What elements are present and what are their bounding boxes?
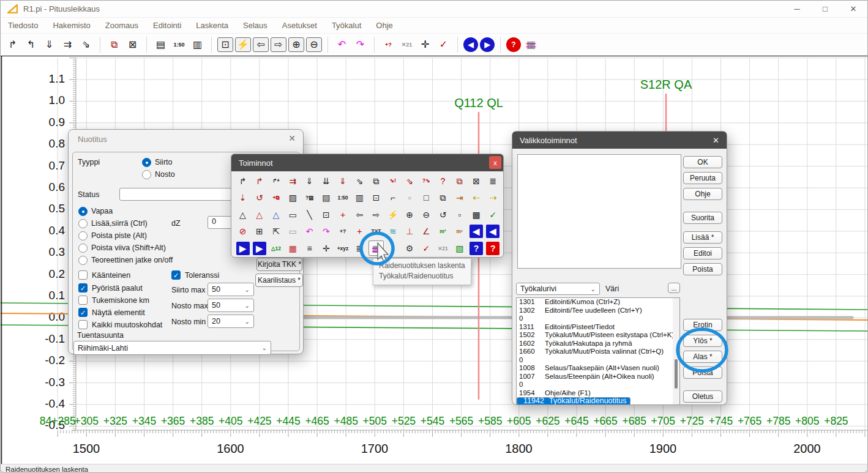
- siirto-radio-label[interactable]: Siirto: [155, 158, 172, 166]
- command-list-item[interactable]: 0: [517, 315, 679, 323]
- copy-doc2-icon[interactable]: ⧉: [369, 173, 384, 188]
- erotin-button[interactable]: Erotin: [683, 319, 722, 331]
- measure-21b-icon[interactable]: ✕21: [435, 240, 451, 256]
- save-doc-icon[interactable]: ⇓: [302, 173, 317, 188]
- command-list-item[interactable]: 1602Työkalut/Hakutapa ja ryhmä: [517, 340, 679, 348]
- nav-first-icon[interactable]: ◀: [470, 225, 483, 238]
- nosto-radio-label[interactable]: Nosto: [155, 170, 175, 179]
- area-m2-icon[interactable]: m²: [435, 224, 451, 239]
- poista-viiva-radio-label[interactable]: Poista viiva (Shift+Alt): [91, 244, 166, 252]
- tukemiskone-checkbox-label[interactable]: Tukemiskone km: [92, 296, 149, 305]
- doc-links-up-icon[interactable]: ⇠: [469, 190, 484, 206]
- help-send-doc-icon[interactable]: ?⇘: [419, 173, 434, 188]
- ohje-button[interactable]: Ohje: [683, 188, 722, 200]
- no-fill-icon[interactable]: ⊘: [235, 224, 250, 239]
- crop-view-icon[interactable]: ▫: [452, 207, 467, 222]
- stack-windows-icon[interactable]: ⧉: [435, 190, 451, 206]
- poista-top-button[interactable]: Poista: [683, 263, 722, 275]
- kaanteinen-checkbox[interactable]: [78, 270, 88, 280]
- reload-doc-icon[interactable]: ↺: [252, 190, 267, 206]
- command-list[interactable]: 1301Editointi/Kumoa (Ctrl+Z)1302Editoint…: [516, 297, 680, 405]
- kirjoita-tkk-button[interactable]: Kirjoita TKK *: [256, 258, 302, 271]
- add-point-icon[interactable]: +: [352, 224, 367, 239]
- grid-check-icon[interactable]: ✓: [485, 207, 501, 222]
- save-red-doc-icon[interactable]: ⇓: [335, 173, 351, 188]
- fit-screen-icon[interactable]: ⊡: [369, 190, 384, 206]
- menu-ohje[interactable]: Ohje: [376, 21, 392, 30]
- menu-zoomaus[interactable]: Zoomaus: [105, 21, 138, 30]
- append-doc-icon[interactable]: ⇉: [285, 173, 301, 188]
- scrollbar-thumb[interactable]: [675, 359, 678, 389]
- profile-lines-icon[interactable]: ≋: [385, 224, 400, 239]
- help-doc-icon[interactable]: ?: [435, 173, 451, 188]
- nosto-max-select[interactable]: 50⌄: [208, 299, 254, 312]
- triangle-12-icon[interactable]: △12: [269, 240, 284, 256]
- editoi-button[interactable]: Editoi: [683, 247, 722, 259]
- screen-right-icon[interactable]: ⇨: [369, 207, 384, 222]
- open-file-icon[interactable]: ↱: [4, 37, 21, 53]
- lisaa-siirra-radio[interactable]: [78, 219, 88, 228]
- screen-prev-view-icon[interactable]: ↺: [435, 207, 451, 222]
- screen-zoom-out-icon[interactable]: ⊖: [419, 207, 434, 222]
- more-options-button[interactable]: ...: [668, 283, 680, 293]
- peruuta-button[interactable]: Peruuta: [683, 172, 722, 184]
- kaikki-checkbox[interactable]: [78, 320, 88, 329]
- command-list-item[interactable]: 11942Työkalut/Raidenuotitus: [517, 397, 630, 405]
- export-file-icon[interactable]: ⇘: [78, 37, 94, 53]
- command-list-item[interactable]: 1660Työkalut/Muut/Poista valinnat (Ctrl+…: [517, 348, 679, 356]
- lines-triangle-icon[interactable]: △: [235, 207, 250, 222]
- nav-next-icon[interactable]: ▶: [480, 37, 495, 52]
- command-list-item[interactable]: 0: [517, 356, 679, 365]
- exit-door-icon[interactable]: ⇥: [452, 190, 467, 206]
- partial-rect-icon[interactable]: ⌐: [385, 190, 400, 206]
- raidenuotitus-grid-icon[interactable]: ▦: [369, 240, 384, 256]
- nav-prev2-icon[interactable]: ◀: [486, 225, 499, 238]
- open-edit-file-icon[interactable]: ↰: [23, 37, 39, 53]
- dotted-rect-icon[interactable]: ▫: [402, 190, 417, 206]
- screen-blank-icon[interactable]: ▭: [285, 224, 301, 239]
- command-list-item[interactable]: 1302Editointi/Tee uudelleen (Ctrl+Y): [517, 307, 679, 315]
- lines-triangle-red-icon[interactable]: △: [252, 207, 267, 222]
- menu-editointi[interactable]: Editointi: [153, 21, 181, 30]
- screen-flashlight-icon[interactable]: ⚡: [385, 207, 400, 222]
- nuotitus-close-icon[interactable]: ✕: [288, 133, 296, 143]
- print2-icon[interactable]: ▤: [318, 190, 334, 206]
- siirto-max-select[interactable]: 50⌄: [208, 283, 254, 296]
- nav-last-icon[interactable]: ▶: [253, 242, 266, 255]
- close-doc-icon[interactable]: ⊠: [124, 37, 141, 53]
- close-doc2-icon[interactable]: ⊠: [469, 173, 484, 188]
- menu-selaus[interactable]: Selaus: [243, 21, 268, 30]
- valikko-title-bar[interactable]: Valikkotoiminnot ✕: [512, 132, 727, 149]
- undo2-icon[interactable]: ↶: [302, 224, 317, 239]
- vapaa-radio[interactable]: [78, 207, 88, 216]
- lines-triangle-blue-icon[interactable]: △: [269, 207, 284, 222]
- vapaa-radio-label[interactable]: Vapaa: [91, 207, 113, 215]
- hatch-area-icon[interactable]: ▨: [285, 190, 301, 206]
- command-list-scrollbar[interactable]: [673, 298, 679, 404]
- open-add-doc-icon[interactable]: ↱+: [269, 173, 284, 188]
- kaanteinen-checkbox-label[interactable]: Käänteinen: [92, 271, 130, 280]
- page-layout-icon[interactable]: ▥: [189, 37, 206, 53]
- zoom-in-icon[interactable]: ⊕: [288, 37, 304, 52]
- maximize-button[interactable]: □: [811, 1, 839, 17]
- toleranssi-checkbox[interactable]: ✓: [171, 270, 181, 280]
- text-label-icon[interactable]: TXT: [369, 224, 384, 239]
- menu-työkalut[interactable]: Työkalut: [332, 21, 361, 30]
- lisaa-siirra-radio-label[interactable]: Lisää,siirrä (Ctrl): [91, 219, 148, 228]
- notepad-icon[interactable]: ≣: [352, 240, 367, 256]
- valikko-close-icon[interactable]: ✕: [713, 136, 719, 145]
- check-points2-icon[interactable]: ✓: [419, 240, 434, 256]
- pan-left-icon[interactable]: ⇦: [253, 37, 269, 52]
- pyorista-checkbox-label[interactable]: Pyöristä paalut: [92, 284, 143, 292]
- tuentasuunta-select[interactable]: Riihimäki-Lahti⌄: [73, 341, 271, 355]
- lisaa-button[interactable]: Lisää *: [683, 231, 722, 244]
- menu-asetukset[interactable]: Asetukset: [282, 21, 317, 30]
- notes-doc-icon[interactable]: ≣: [485, 173, 501, 188]
- command-list-item[interactable]: 1008Selaus/Taaksepäin (Alt+Vasen nuoli): [517, 364, 679, 373]
- command-list-item[interactable]: 1311Editointi/Pisteet/Tiedot: [517, 323, 679, 332]
- redo-icon[interactable]: ↷: [352, 37, 369, 53]
- kaikki-checkbox-label[interactable]: Kaikki muutoskohdat: [92, 321, 162, 329]
- poista-piste-radio-label[interactable]: Poista piste (Alt): [91, 231, 147, 240]
- rect-icon[interactable]: □: [419, 190, 434, 206]
- flashlight-icon[interactable]: ⚡: [235, 37, 251, 52]
